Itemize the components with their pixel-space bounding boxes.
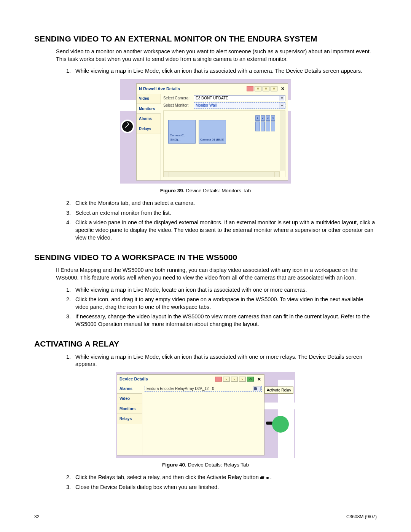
chevron-down-icon[interactable] bbox=[279, 103, 284, 108]
figure39-caption: Figure 39. Device Details: Monitors Tab bbox=[34, 187, 377, 194]
severity-box[interactable]: 0 bbox=[263, 86, 269, 91]
section1-list-b: Click the Monitors tab, and then select … bbox=[72, 200, 377, 241]
vertical-scrollbar[interactable] bbox=[280, 111, 285, 171]
activate-relay-tooltip: Activate Relay bbox=[264, 387, 293, 394]
severity-box-green[interactable]: 00 bbox=[247, 377, 254, 382]
horizontal-scrollbar[interactable] bbox=[164, 171, 280, 177]
select-camera-value: E3 DONT UPDATE bbox=[196, 96, 228, 101]
map-camera-sign-icon bbox=[120, 119, 135, 134]
grid-header-cell[interactable]: 1 bbox=[255, 115, 260, 121]
section2-heading: SENDING VIDEO TO A WORKSPACE IN THE WS50… bbox=[34, 252, 377, 263]
figure39-caption-text: Device Details: Monitors Tab bbox=[185, 188, 251, 193]
tab-video[interactable]: Video bbox=[137, 94, 161, 104]
grid-header-cell[interactable]: 4 bbox=[271, 115, 276, 121]
figure-40: Device Details 0 0 0 00 ✕ Alarms Video M… bbox=[116, 372, 295, 458]
tab-alarms[interactable]: Alarms bbox=[137, 114, 161, 124]
panel-titlebar: Device Details 0 0 0 00 ✕ bbox=[117, 375, 264, 384]
grid-cell[interactable] bbox=[255, 121, 260, 131]
severity-box[interactable]: 0 bbox=[271, 86, 277, 91]
section1-heading: SENDING VIDEO TO AN EXTERNAL MONITOR ON … bbox=[34, 34, 377, 44]
close-icon[interactable]: ✕ bbox=[280, 86, 285, 91]
severity-red-icon[interactable] bbox=[247, 86, 253, 91]
section3-step3: Close the Device Details dialog box when… bbox=[72, 484, 377, 491]
map-relay-node-icon bbox=[272, 416, 289, 433]
activate-relay-button-icon bbox=[260, 476, 269, 479]
severity-box[interactable]: 0 bbox=[231, 377, 238, 382]
figure-39: N Rowell Ave Details 0 0 0 ✕ Video Monit… bbox=[120, 79, 291, 184]
severity-indicators: 0 0 0 00 ✕ bbox=[215, 377, 262, 382]
monitor-pane[interactable]: Camera 01 (Bld3)... bbox=[168, 120, 196, 144]
section3-step2-text-b: . bbox=[270, 474, 272, 480]
tab-content: Select Camera: E3 DONT UPDATE Select Mon… bbox=[161, 94, 288, 180]
activate-relay-toggle-icon[interactable] bbox=[253, 387, 261, 391]
select-monitor-dropdown[interactable]: Monitor Wall bbox=[194, 102, 285, 109]
tab-list: Alarms Video Monitors Relays bbox=[117, 384, 142, 455]
figure40-caption: Figure 40. Device Details: Relays Tab bbox=[34, 462, 377, 468]
section1-step1: While viewing a map in Live Mode, click … bbox=[72, 67, 377, 75]
tab-list: Video Monitors Alarms Relays bbox=[137, 94, 161, 180]
chevron-down-icon[interactable] bbox=[279, 96, 284, 101]
page-number: 32 bbox=[34, 514, 39, 520]
section3-step2: Click the Relays tab, select a relay, an… bbox=[72, 474, 377, 481]
monitor-pane-label: Camera 01 (Bld3) bbox=[200, 138, 224, 142]
monitor-preview-area: Camera 01 (Bld3)... Camera 01 (Bld3) 1 2… bbox=[163, 110, 285, 177]
grid-cell[interactable] bbox=[266, 121, 270, 131]
figure40-caption-text: Device Details: Relays Tab bbox=[186, 462, 249, 468]
tab-relays[interactable]: Relays bbox=[117, 414, 142, 424]
monitor-pane-label: Camera 01 (Bld3)... bbox=[170, 134, 194, 142]
section1-intro: Send video to a monitor on another works… bbox=[56, 48, 377, 63]
map-road-horizontal bbox=[264, 403, 295, 409]
label-select-monitor: Select Monitor: bbox=[163, 103, 192, 108]
section2-step2: Click the icon, and drag it to any empty… bbox=[72, 296, 377, 311]
label-select-camera: Select Camera: bbox=[163, 96, 192, 101]
severity-red-icon[interactable] bbox=[215, 377, 222, 382]
relay-select-field[interactable]: Endura Encoder RelayArray D2A_12 - 0 bbox=[145, 386, 262, 392]
figure40-caption-bold: Figure 40. bbox=[162, 462, 186, 468]
grid-header-cell[interactable]: 2 bbox=[261, 115, 265, 121]
severity-box[interactable]: 0 bbox=[255, 86, 261, 91]
panel-title: N Rowell Ave Details bbox=[139, 86, 180, 92]
section1-step2: Click the Monitors tab, and then select … bbox=[72, 200, 377, 207]
severity-box[interactable]: 0 bbox=[239, 377, 246, 382]
page-footer: 32 C3608M (9/07) bbox=[34, 514, 377, 520]
section3-step1: While viewing a map in Live Mode, click … bbox=[72, 353, 377, 368]
section1-step3: Select an external monitor from the list… bbox=[72, 209, 377, 217]
tab-video[interactable]: Video bbox=[117, 394, 142, 404]
relay-name: Endura Encoder RelayArray D2A_12 - 0 bbox=[147, 386, 214, 391]
grid-cell[interactable] bbox=[271, 121, 276, 131]
severity-indicators: 0 0 0 ✕ bbox=[247, 86, 285, 91]
section1-list-a: While viewing a map in Live Mode, click … bbox=[72, 67, 377, 75]
device-details-panel: N Rowell Ave Details 0 0 0 ✕ Video Monit… bbox=[136, 83, 288, 181]
panel-titlebar: N Rowell Ave Details 0 0 0 ✕ bbox=[137, 84, 288, 94]
tab-relays[interactable]: Relays bbox=[137, 124, 161, 134]
monitor-wall-grid[interactable]: 1 2 3 4 bbox=[255, 115, 275, 131]
section3-list-b: Click the Relays tab, select a relay, an… bbox=[72, 474, 377, 491]
section2-step3: If necessary, change the video layout in… bbox=[72, 313, 377, 328]
section3-list-a: While viewing a map in Live Mode, click … bbox=[72, 353, 377, 368]
section2-intro: If Endura Mapping and the WS5000 are bot… bbox=[56, 267, 377, 281]
grid-header-cell[interactable]: 3 bbox=[266, 115, 270, 121]
section3-heading: ACTIVATING A RELAY bbox=[34, 339, 377, 349]
tab-alarms[interactable]: Alarms bbox=[117, 384, 142, 394]
section2-step1: While viewing a map in Live Mode, locate… bbox=[72, 286, 377, 294]
device-details-panel: Device Details 0 0 0 00 ✕ Alarms Video M… bbox=[117, 374, 264, 455]
monitor-pane[interactable]: Camera 01 (Bld3) bbox=[199, 120, 226, 144]
section1-step4: Click a video pane in one of the display… bbox=[72, 219, 377, 241]
tab-monitors[interactable]: Monitors bbox=[137, 104, 161, 114]
severity-box[interactable]: 0 bbox=[223, 377, 230, 382]
select-camera-dropdown[interactable]: E3 DONT UPDATE bbox=[194, 95, 285, 101]
figure39-caption-bold: Figure 39. bbox=[160, 188, 185, 193]
section3-step2-text-a: Click the Relays tab, select a relay, an… bbox=[75, 474, 260, 480]
panel-title: Device Details bbox=[119, 376, 148, 382]
tab-content: Endura Encoder RelayArray D2A_12 - 0 bbox=[142, 384, 264, 455]
section2-list: While viewing a map in Live Mode, locate… bbox=[72, 286, 377, 328]
grid-cell[interactable] bbox=[261, 121, 265, 131]
tab-monitors[interactable]: Monitors bbox=[117, 404, 142, 414]
close-icon[interactable]: ✕ bbox=[256, 377, 262, 382]
document-id: C3608M (9/07) bbox=[346, 514, 377, 520]
select-monitor-value: Monitor Wall bbox=[196, 103, 217, 108]
